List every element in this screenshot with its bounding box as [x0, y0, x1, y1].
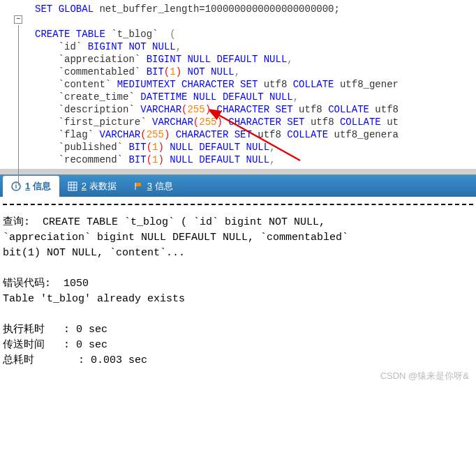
exec-time-line: 执行耗时 : 0 sec: [3, 322, 473, 338]
grid-icon: [68, 181, 77, 191]
send-time-line: 传送时间 : 0 sec: [3, 338, 473, 353]
code-line: `commentabled` BIT(1) NOT NULL,: [14, 66, 476, 78]
tab-number: 1: [25, 181, 30, 191]
svg-text:i: i: [15, 183, 17, 190]
code-line: `content` MEDIUMTEXT CHARACTER SET utf8 …: [14, 78, 476, 91]
tab-info-2[interactable]: 3 信息: [125, 176, 181, 197]
code-line: [14, 15, 476, 28]
tab-table-data[interactable]: 2 表数据: [59, 176, 125, 197]
tab-label: 表数据: [89, 181, 117, 191]
svg-rect-8: [135, 183, 141, 186]
divider-bar: [0, 169, 476, 174]
code-line: `appreciation` BIGINT NULL DEFAULT NULL,: [14, 53, 476, 66]
tab-info[interactable]: i 1 信息: [3, 176, 59, 197]
output-panel: 查询: CREATE TABLE `t_blog` ( `id` bigint …: [0, 197, 476, 375]
flag-icon: [133, 181, 143, 191]
svg-rect-3: [68, 182, 77, 190]
fold-toggle-icon[interactable]: −: [14, 15, 22, 24]
query-line: 查询: CREATE TABLE `t_blog` ( `id` bigint …: [3, 215, 473, 261]
fold-guide-line: [18, 25, 19, 186]
code-line: `first_picture` VARCHAR(255) CHARACTER S…: [14, 116, 476, 128]
error-message: Table 't_blog' already exists: [3, 292, 473, 307]
watermark-text: CSDN @猿来是你呀&: [380, 368, 469, 375]
code-line: SET GLOBAL net_buffer_length=10000000000…: [14, 3, 476, 15]
code-line: `id` BIGINT NOT NULL,: [14, 40, 476, 53]
info-icon: i: [11, 181, 21, 191]
code-line: `recommend` BIT(1) NULL DEFAULT NULL,: [14, 154, 476, 166]
tab-label: 信息: [155, 181, 173, 191]
tab-number: 3: [147, 181, 152, 191]
tab-number: 2: [82, 181, 87, 191]
code-line: `published` BIT(1) NULL DEFAULT NULL,: [14, 141, 476, 154]
tab-label: 信息: [33, 181, 51, 191]
result-tabs-bar: i 1 信息 2 表数据 3 信息: [0, 174, 476, 197]
total-time-line: 总耗时 : 0.003 sec: [3, 353, 473, 368]
code-line: `create_time` DATETIME NULL DEFAULT NULL…: [14, 91, 476, 103]
error-code-line: 错误代码: 1050: [3, 276, 473, 292]
code-line: `description` VARCHAR(255) CHARACTER SET…: [14, 103, 476, 116]
sql-code-editor[interactable]: − SET GLOBAL net_buffer_length=100000000…: [0, 0, 476, 169]
code-line: CREATE TABLE `t_blog` (: [14, 28, 476, 40]
dashed-divider: [3, 204, 473, 205]
code-line: `flag` VARCHAR(255) CHARACTER SET utf8 C…: [14, 128, 476, 141]
